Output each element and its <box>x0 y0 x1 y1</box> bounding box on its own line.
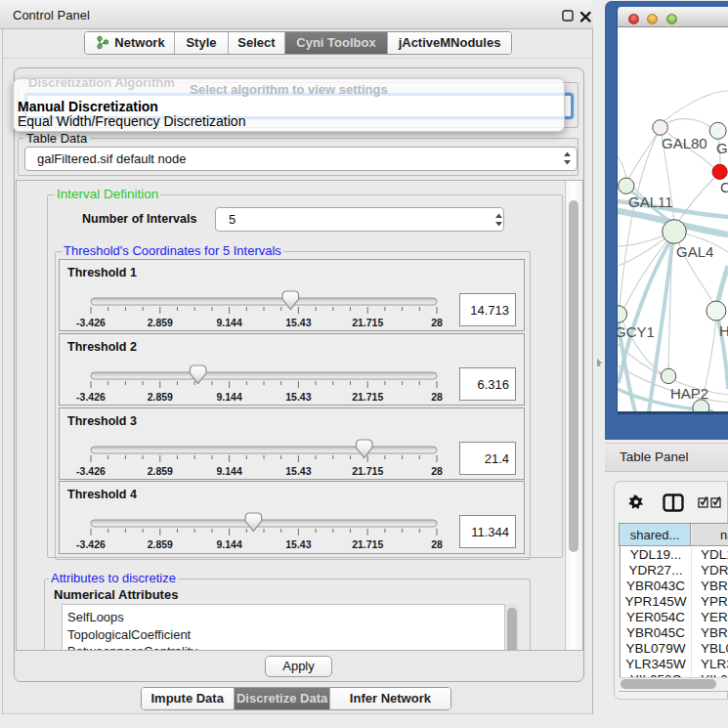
svg-text:-3.426: -3.426 <box>76 465 106 477</box>
svg-text:28: 28 <box>431 465 443 477</box>
svg-text:15.43: 15.43 <box>285 391 311 403</box>
svg-text:15.43: 15.43 <box>285 538 311 550</box>
svg-text:9.144: 9.144 <box>216 317 241 328</box>
svg-text:28: 28 <box>431 391 443 403</box>
svg-text:H: H <box>719 322 728 339</box>
svg-text:9.144: 9.144 <box>216 391 241 403</box>
svg-text:2.859: 2.859 <box>148 317 173 328</box>
svg-text:-3.426: -3.426 <box>76 391 106 403</box>
svg-text:GAL80: GAL80 <box>662 135 707 151</box>
svg-text:GAL4: GAL4 <box>676 243 713 260</box>
svg-text:15.43: 15.43 <box>285 317 311 328</box>
svg-text:15.43: 15.43 <box>285 465 311 477</box>
svg-text:28: 28 <box>431 538 443 550</box>
svg-text:9.144: 9.144 <box>216 538 241 550</box>
svg-text:21.715: 21.715 <box>352 391 383 403</box>
svg-text:-3.426: -3.426 <box>76 538 106 550</box>
svg-text:2.859: 2.859 <box>148 538 173 550</box>
svg-text:21.715: 21.715 <box>352 317 383 328</box>
svg-text:C: C <box>720 179 728 195</box>
svg-text:GAL11: GAL11 <box>628 193 673 210</box>
svg-text:GCY1: GCY1 <box>618 323 655 340</box>
svg-text:-3.426: -3.426 <box>76 317 106 328</box>
svg-text:GA: GA <box>716 140 728 156</box>
svg-text:28: 28 <box>431 317 443 328</box>
svg-text:21.715: 21.715 <box>352 538 383 550</box>
svg-text:9.144: 9.144 <box>216 465 241 477</box>
svg-text:2.859: 2.859 <box>148 391 173 403</box>
svg-text:2.859: 2.859 <box>148 465 173 477</box>
svg-text:HAP2: HAP2 <box>670 385 708 402</box>
svg-text:21.715: 21.715 <box>352 465 383 477</box>
